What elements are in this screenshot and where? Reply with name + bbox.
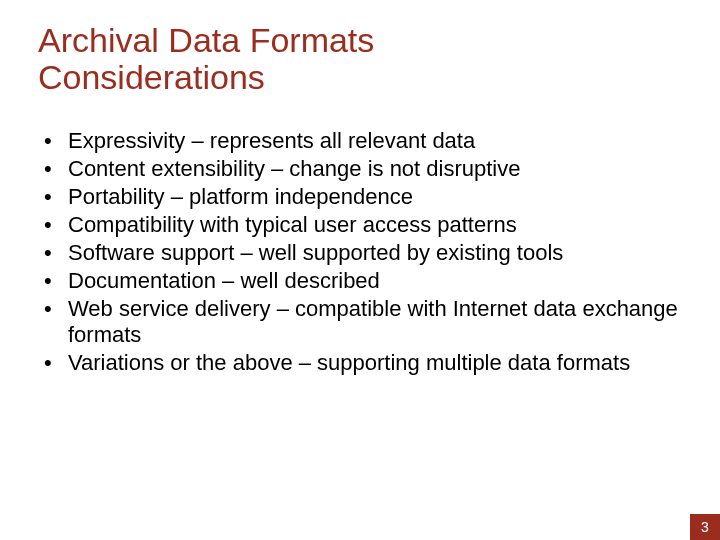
list-item: Portability – platform independence [38,184,678,210]
list-item: Software support – well supported by exi… [38,240,678,266]
bullet-text: Content extensibility – change is not di… [68,156,520,181]
slide-title-line-2: Considerations [38,58,265,96]
list-item: Expressivity – represents all relevant d… [38,128,678,154]
bullet-text: Documentation – well described [68,268,380,293]
list-item: Variations or the above – supporting mul… [38,350,678,376]
bullet-text: Software support – well supported by exi… [68,240,563,265]
bullet-list: Expressivity – represents all relevant d… [38,128,678,376]
list-item: Compatibility with typical user access p… [38,212,678,238]
bullet-text: Compatibility with typical user access p… [68,212,517,237]
bullet-text: Web service delivery – compatible with I… [68,296,678,347]
page-number-badge: 3 [690,514,720,540]
slide-content: Expressivity – represents all relevant d… [38,128,678,378]
slide-title: Archival Data Formats Considerations [38,22,658,97]
list-item: Documentation – well described [38,268,678,294]
bullet-text: Variations or the above – supporting mul… [68,350,630,375]
list-item: Content extensibility – change is not di… [38,156,678,182]
bullet-text: Portability – platform independence [68,184,413,209]
bullet-text: Expressivity – represents all relevant d… [68,128,475,153]
list-item: Web service delivery – compatible with I… [38,296,678,348]
slide-title-line-1: Archival Data Formats [38,21,374,59]
slide: Archival Data Formats Considerations Exp… [0,0,720,540]
page-number: 3 [701,519,709,535]
